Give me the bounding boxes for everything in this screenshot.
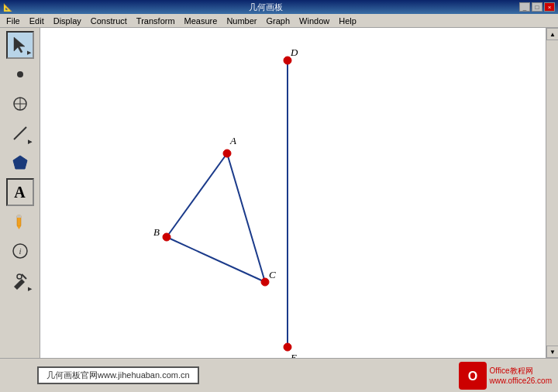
line-bc bbox=[167, 237, 265, 282]
point-e[interactable] bbox=[284, 343, 291, 351]
menu-graph[interactable]: Graph bbox=[262, 15, 295, 26]
menu-edit[interactable]: Edit bbox=[25, 15, 49, 26]
toolbar: ▶ ▶ ▶ A bbox=[0, 28, 40, 358]
scroll-down-button[interactable]: ▼ bbox=[546, 346, 558, 358]
office-name: Office教程网 bbox=[490, 366, 552, 376]
label-b: B bbox=[153, 226, 160, 238]
point-tool[interactable] bbox=[6, 60, 34, 88]
office-url: www.office26.com bbox=[490, 376, 552, 386]
svg-marker-8 bbox=[17, 226, 21, 229]
point-c[interactable] bbox=[261, 278, 269, 286]
scroll-track-right[interactable] bbox=[546, 40, 558, 346]
minimize-button[interactable]: _ bbox=[519, 2, 530, 12]
geometry-canvas: A B C D E bbox=[40, 28, 546, 358]
svg-text:O: O bbox=[467, 370, 477, 383]
svg-line-13 bbox=[22, 274, 26, 279]
compass-tool[interactable] bbox=[6, 90, 34, 118]
select-tool[interactable]: ▶ bbox=[6, 31, 34, 59]
text-tool[interactable]: A bbox=[6, 178, 34, 206]
watermark-box: 几何画板官网www.jihehuaban.com.cn bbox=[37, 366, 199, 384]
scroll-up-button[interactable]: ▲ bbox=[546, 28, 558, 40]
svg-point-1 bbox=[17, 71, 23, 77]
watermark-text: 几何画板官网www.jihehuaban.com.cn bbox=[46, 370, 190, 380]
svg-marker-0 bbox=[14, 37, 25, 53]
menu-file[interactable]: File bbox=[2, 15, 25, 26]
office-icon: O bbox=[459, 362, 487, 390]
menu-construct[interactable]: Construct bbox=[86, 15, 132, 26]
svg-point-14 bbox=[17, 274, 22, 279]
canvas-area[interactable]: A B C D E bbox=[40, 28, 546, 358]
custom-tool[interactable]: ▶ bbox=[6, 266, 34, 294]
line-ac bbox=[227, 153, 265, 282]
office-text: Office教程网 www.office26.com bbox=[490, 366, 552, 386]
menu-transform[interactable]: Transform bbox=[132, 15, 180, 26]
menu-help[interactable]: Help bbox=[334, 15, 361, 26]
menu-display[interactable]: Display bbox=[49, 15, 86, 26]
menu-number[interactable]: Number bbox=[222, 15, 261, 26]
line-tool[interactable]: ▶ ▶ bbox=[6, 119, 34, 147]
window-controls[interactable]: _ □ × bbox=[519, 2, 555, 12]
close-button[interactable]: × bbox=[544, 2, 555, 12]
svg-text:i: i bbox=[19, 246, 21, 256]
menu-measure[interactable]: Measure bbox=[180, 15, 222, 26]
label-a: A bbox=[229, 135, 236, 146]
label-e: E bbox=[290, 352, 297, 358]
office-logo: O Office教程网 www.office26.com bbox=[459, 362, 552, 390]
point-a[interactable] bbox=[223, 150, 231, 157]
maximize-button[interactable]: □ bbox=[532, 2, 542, 12]
line-ab bbox=[167, 153, 227, 237]
polygon-tool[interactable] bbox=[6, 149, 34, 177]
svg-line-5 bbox=[14, 127, 26, 139]
menubar: File Edit Display Construct Transform Me… bbox=[0, 14, 558, 28]
svg-marker-6 bbox=[13, 156, 27, 169]
scrollbar-right[interactable]: ▲ ▼ bbox=[546, 28, 558, 358]
main-area: ▶ ▶ ▶ A bbox=[0, 28, 558, 358]
window-title: 几何画板 bbox=[12, 2, 519, 13]
app-icon: 📐 bbox=[3, 3, 12, 12]
info-tool[interactable]: i bbox=[6, 237, 34, 265]
svg-rect-9 bbox=[17, 215, 21, 218]
menu-window[interactable]: Window bbox=[294, 15, 334, 26]
label-d: D bbox=[290, 46, 298, 58]
label-c: C bbox=[269, 269, 276, 280]
marker-tool[interactable] bbox=[6, 208, 34, 236]
point-b[interactable] bbox=[163, 233, 170, 241]
titlebar: 📐 几何画板 _ □ × bbox=[0, 0, 558, 14]
bottom-bar: 几何画板官网www.jihehuaban.com.cn O Office教程网 … bbox=[0, 358, 558, 392]
svg-marker-12 bbox=[14, 279, 25, 290]
